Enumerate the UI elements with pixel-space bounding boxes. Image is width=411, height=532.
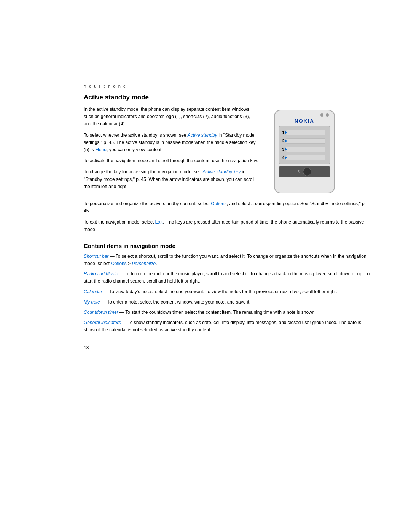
phone-body: NOKIA 1 2	[274, 110, 335, 193]
screen-row-1: 1	[279, 129, 330, 136]
arrow-2	[285, 139, 287, 142]
arrow-1	[285, 131, 287, 134]
screen-num-3: 3	[279, 147, 284, 152]
menu-link[interactable]: Menu	[95, 147, 107, 152]
screen-num-2: 2	[279, 139, 284, 143]
options-link-2[interactable]: Options	[111, 261, 126, 266]
general-indicators-link[interactable]: General indicators	[84, 320, 121, 325]
screen-num-5: 5	[298, 170, 300, 174]
intro-para-3: To activate the navigation mode and scro…	[84, 157, 259, 165]
shortcut-bar-link[interactable]: Shortcut bar	[84, 254, 108, 259]
section-title: Active standby mode	[84, 94, 373, 101]
speaker-dot-2	[326, 113, 329, 117]
intro-para-4: To change the key for accessing the navi…	[84, 168, 259, 190]
screen-num-4: 4	[279, 156, 284, 160]
text-column: In the active standby mode, the phone ca…	[84, 106, 259, 194]
personalize-link[interactable]: Personalize	[132, 261, 156, 266]
item-radio-music: Radio and Music — To turn on the radio o…	[84, 270, 373, 285]
content-items-list: Shortcut bar — To select a shortcut, scr…	[84, 253, 373, 334]
item-calendar: Calendar — To view today's notes, select…	[84, 288, 373, 296]
screen-num-1: 1	[279, 131, 284, 135]
active-standby-key-link[interactable]: Active standby key	[202, 169, 241, 174]
item-countdown-timer: Countdown timer — To start the countdown…	[84, 309, 373, 316]
speaker-dot-1	[320, 113, 323, 117]
options-para: To personalize and organize the active s…	[84, 200, 373, 215]
countdown-timer-link[interactable]: Countdown timer	[84, 310, 118, 315]
arrow-4	[285, 156, 287, 159]
intro-para-1: In the active standby mode, the phone ca…	[84, 106, 259, 128]
my-note-link[interactable]: My note	[84, 299, 100, 305]
options-link-1[interactable]: Options	[211, 201, 226, 206]
item-shortcut-bar: Shortcut bar — To select a shortcut, scr…	[84, 253, 373, 267]
phone-screen: 1 2	[279, 126, 330, 164]
screen-row-4: 4	[279, 154, 330, 161]
nav-key	[303, 168, 311, 176]
screen-bar-3	[286, 147, 325, 152]
item-general-indicators: General indicators — To show standby ind…	[84, 319, 373, 334]
sub-section-title: Content items in navigation mode	[84, 243, 373, 249]
screen-bar-2	[286, 138, 325, 144]
active-standby-link[interactable]: Active standby	[188, 133, 217, 138]
screen-row-3: 3	[279, 145, 330, 153]
item-my-note: My note — To enter a note, select the co…	[84, 299, 373, 306]
nokia-brand-text: NOKIA	[275, 118, 334, 124]
phone-bottom-area: 5	[279, 166, 330, 177]
exit-para: To exit the navigation mode, select Exit…	[84, 219, 373, 233]
screen-bar-1	[286, 130, 325, 135]
nokia-phone: NOKIA 1 2	[270, 110, 339, 197]
page: Y o u r p h o n e Active standby mode In…	[0, 0, 411, 532]
phone-illustration: NOKIA 1 2	[270, 110, 346, 197]
section-label: Y o u r p h o n e	[84, 84, 373, 88]
intro-para-2: To select whether the active standby is …	[84, 132, 259, 154]
radio-music-link[interactable]: Radio and Music	[84, 271, 118, 276]
arrow-3	[285, 148, 287, 151]
screen-row-2: 2	[279, 137, 330, 145]
content-area: In the active standby mode, the phone ca…	[84, 106, 373, 197]
phone-top	[275, 110, 334, 118]
exit-link[interactable]: Exit	[155, 219, 162, 225]
page-number: 18	[84, 345, 373, 350]
calendar-link[interactable]: Calendar	[84, 289, 102, 294]
full-width-section: To personalize and organize the active s…	[84, 200, 373, 233]
screen-bar-4	[286, 155, 325, 160]
